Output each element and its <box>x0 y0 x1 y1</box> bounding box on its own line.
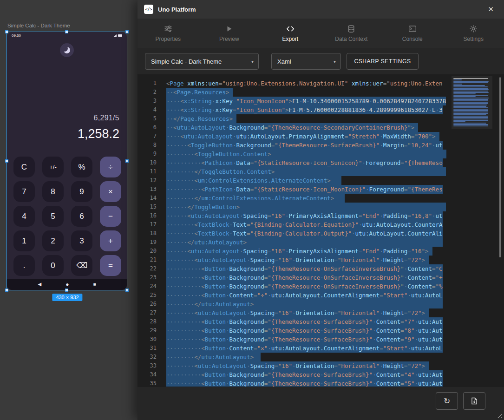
key-percent[interactable]: % <box>71 157 92 177</box>
code-text[interactable]: ··········<PathIcon·Data="{StaticResourc… <box>166 185 443 194</box>
code-line: 16······<utu:AutoLayout·Spacing="16"·Pri… <box>137 211 449 220</box>
tab-properties[interactable]: Properties <box>137 19 199 48</box>
code-text[interactable]: ··········<Button·Background="{ThemeReso… <box>166 282 443 291</box>
code-text[interactable]: ··········<Button·Background="{ThemeReso… <box>166 379 443 387</box>
tab-settings[interactable]: Settings <box>443 19 504 48</box>
code-text[interactable]: ········<TextBlock·Text="{Binding·Calcul… <box>166 220 443 229</box>
key-minus[interactable]: − <box>100 206 121 227</box>
export-file-button[interactable] <box>463 392 485 410</box>
uno-platform-window: </> Uno Platform ✕ PropertiesPreviewExpo… <box>137 0 504 420</box>
line-number: 24 <box>137 282 157 291</box>
code-text[interactable]: ······<ToggleButton·Background="{ThemeRe… <box>166 141 443 150</box>
selection-handle-top-right[interactable] <box>125 30 129 33</box>
code-text[interactable]: ··········<Button·Background="{ThemeReso… <box>166 317 443 326</box>
code-text[interactable]: ··········<Button·Background="{ThemeReso… <box>166 264 443 273</box>
close-button[interactable]: ✕ <box>484 3 497 15</box>
code-text[interactable]: ········</ToggleButton.Content> <box>166 167 275 176</box>
key-digit-9[interactable]: 9 <box>71 181 92 202</box>
key-digit-2[interactable]: 2 <box>42 230 64 251</box>
selection-handle-bottom-left[interactable] <box>5 289 8 292</box>
code-text[interactable]: ··<utu:AutoLayout·Background="{ThemeReso… <box>166 123 414 132</box>
tab-console[interactable]: Console <box>382 19 443 48</box>
code-editor[interactable]: 1<Page xmlns:uen="using:Uno.Extensions.N… <box>137 74 504 387</box>
key-plus[interactable]: + <box>100 230 121 251</box>
project-dropdown[interactable]: Simple Calc - Dark Theme ▾ <box>145 53 259 70</box>
theme-toggle-button[interactable] <box>60 43 74 57</box>
code-line: 21········<utu:AutoLayout·Spacing="16"·O… <box>137 256 449 264</box>
scrollbar-thumb[interactable] <box>499 77 501 257</box>
code-text[interactable]: ··········<Button·Background="{ThemeReso… <box>166 326 443 335</box>
code-text[interactable]: ········<utu:AutoLayout·Spacing="16"·Ori… <box>166 308 425 317</box>
selection-handle-bottom[interactable] <box>65 289 68 292</box>
refresh-button[interactable]: ↻ <box>436 392 458 410</box>
code-text[interactable]: ········<utu:AutoLayout·Spacing="16"·Ori… <box>166 361 425 370</box>
code-text[interactable]: ······<utu:AutoLayout·Spacing="16"·Prima… <box>166 211 443 220</box>
selection-handle-right[interactable] <box>125 159 129 163</box>
key-multiply[interactable]: × <box>100 181 121 202</box>
resize-grip[interactable] <box>495 412 502 418</box>
code-text[interactable]: ········<ToggleButton.Content> <box>166 150 271 158</box>
code-text[interactable]: ··········<PathIcon·Data="{StaticResourc… <box>166 158 443 167</box>
key-plus-minus[interactable]: +/- <box>42 157 64 177</box>
code-text[interactable]: ········<um:ControlExtensions.AlternateC… <box>166 176 331 185</box>
line-number: 6 <box>137 123 157 132</box>
key-digit-3[interactable]: 3 <box>71 230 92 251</box>
code-text[interactable]: ······</ToggleButton> <box>166 203 240 211</box>
format-dropdown[interactable]: Xaml ▾ <box>271 53 341 70</box>
code-line: 8······<ToggleButton·Background="{ThemeR… <box>137 141 449 150</box>
selection-highlight <box>425 256 429 264</box>
code-line: 26········</utu:AutoLayout> <box>137 300 449 308</box>
key-backspace[interactable]: ⌫ <box>71 255 92 276</box>
selection-handle-top[interactable] <box>65 30 68 33</box>
key-digit-6[interactable]: 6 <box>71 206 92 227</box>
code-text[interactable]: ········</utu:AutoLayout> <box>166 300 254 308</box>
key-digit-8[interactable]: 8 <box>42 181 64 202</box>
code-text[interactable]: ··<Page.Resources> <box>166 88 229 97</box>
key-equals[interactable]: = <box>100 255 121 276</box>
tab-label: Data Context <box>335 36 367 42</box>
nav-back-button[interactable]: ◀ <box>38 282 42 287</box>
code-line: 28··········<Button·Background="{ThemeRe… <box>137 317 449 326</box>
minimap[interactable] <box>453 78 491 127</box>
code-line: 5··</Page.Resources> <box>137 114 449 123</box>
code-text[interactable]: ········<TextBlock·Text="{Binding·Calcul… <box>166 229 443 238</box>
tab-data-context[interactable]: Data Context <box>321 19 382 48</box>
code-text[interactable]: ··········<Button·Background="{ThemeReso… <box>166 335 443 344</box>
code-text[interactable]: ··</Page.Resources> <box>166 114 233 123</box>
code-text[interactable]: ··········<Button·Content="✕"·utu:AutoLa… <box>166 344 443 353</box>
phone-preview[interactable]: 09:30 6,291/5 1,258.2 C+/-%÷789×456−123+… <box>7 32 127 290</box>
key-digit-7[interactable]: 7 <box>13 181 35 202</box>
selection-highlight <box>229 88 233 97</box>
selection-handle-left[interactable] <box>5 159 8 163</box>
code-text[interactable]: ······<utu:AutoLayout·Spacing="16"·Prima… <box>166 247 429 256</box>
selection-highlight <box>436 132 439 141</box>
key-digit-4[interactable]: 4 <box>13 206 35 227</box>
tab-export[interactable]: Export <box>260 19 321 48</box>
tab-preview[interactable]: Preview <box>199 19 260 48</box>
minimap-viewport[interactable] <box>452 76 492 129</box>
code-text[interactable]: ··········<Button·Background="{ThemeReso… <box>166 370 443 379</box>
code-text[interactable]: ········</utu:AutoLayout> <box>166 353 254 361</box>
nav-recents-button[interactable]: ■ <box>93 282 96 287</box>
key-digit-0[interactable]: 0 <box>42 255 64 276</box>
code-text[interactable]: ······</utu:AutoLayout> <box>166 238 247 247</box>
code-text[interactable]: ··········<Button·Background="{ThemeReso… <box>166 273 443 282</box>
code-area[interactable]: 1<Page xmlns:uen="using:Uno.Extensions.N… <box>137 79 449 387</box>
key-decimal[interactable]: . <box>13 255 35 276</box>
code-text[interactable]: <Page xmlns:uen="using:Uno.Extensions.Na… <box>166 79 443 88</box>
code-text[interactable]: ····<utu:AutoLayout·utu:AutoLayout.Prima… <box>166 132 436 141</box>
code-text[interactable]: ····<x:String·x:Key="Icon_MoonIcon">F1·M… <box>166 97 446 105</box>
code-text[interactable]: ········<utu:AutoLayout·Spacing="16"·Ori… <box>166 256 425 264</box>
csharp-settings-button[interactable]: CSHARP SETTINGS <box>347 53 419 70</box>
key-divide[interactable]: ÷ <box>100 157 121 177</box>
line-number: 16 <box>137 211 157 220</box>
key-digit-1[interactable]: 1 <box>13 230 35 251</box>
selection-handle-bottom-right[interactable] <box>125 289 129 292</box>
code-text[interactable]: ····<x:String·x:Key="Icon_SunIcon">F1·M·… <box>166 105 443 114</box>
code-text[interactable]: ········</um:ControlExtensions.Alternate… <box>166 194 334 203</box>
selection-handle-top-left[interactable] <box>5 30 8 33</box>
nav-home-button[interactable]: ● <box>65 282 69 287</box>
code-text[interactable]: ··········<Button·Content="÷"·utu:AutoLa… <box>166 291 443 300</box>
key-clear[interactable]: C <box>13 157 35 177</box>
key-digit-5[interactable]: 5 <box>42 206 64 227</box>
